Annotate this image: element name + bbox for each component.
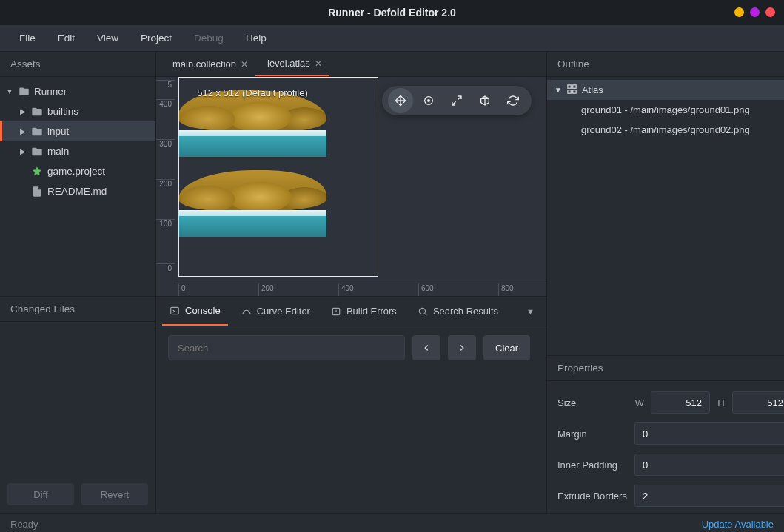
menu-debug: Debug bbox=[185, 28, 232, 48]
prop-inner-label: Inner Padding bbox=[557, 459, 629, 471]
svg-point-5 bbox=[428, 100, 430, 102]
asset-item-main[interactable]: ▶main bbox=[0, 141, 155, 161]
prop-margin-input[interactable] bbox=[634, 422, 784, 445]
rotate-icon[interactable] bbox=[416, 88, 441, 113]
scale-icon[interactable] bbox=[444, 88, 469, 113]
folder-icon bbox=[31, 146, 43, 158]
atlas-canvas[interactable]: 54003002001000 0200400600800 512 x 512 (… bbox=[156, 77, 546, 296]
canvas-toolbar bbox=[382, 86, 532, 115]
atlas-icon bbox=[566, 84, 577, 97]
prop-width-input[interactable] bbox=[651, 391, 710, 414]
prop-height-input[interactable] bbox=[732, 391, 784, 414]
bottom-tab-label: Search Results bbox=[433, 306, 498, 317]
prop-extrude-label: Extrude Borders bbox=[557, 491, 629, 502]
bottom-tab-build-errors[interactable]: Build Errors bbox=[324, 297, 404, 326]
tab-main-collection[interactable]: main.collection✕ bbox=[161, 52, 255, 76]
menu-help[interactable]: Help bbox=[237, 28, 275, 48]
console-clear-button[interactable]: Clear bbox=[483, 335, 530, 360]
asset-item-input[interactable]: ▶input bbox=[0, 121, 155, 141]
prop-margin-label: Margin bbox=[557, 428, 629, 440]
asset-item-builtins[interactable]: ▶builtins bbox=[0, 101, 155, 121]
bottom-tab-label: Build Errors bbox=[346, 306, 397, 317]
chevron-right-icon: ▶ bbox=[19, 107, 27, 115]
folder-icon bbox=[18, 86, 30, 98]
ruler-v-tick: 200 bbox=[156, 179, 175, 188]
changed-files-panel: Changed Files Diff Revert bbox=[0, 297, 155, 513]
bottom-tab-label: Console bbox=[185, 305, 221, 316]
menu-file[interactable]: File bbox=[10, 28, 44, 48]
editor-panel: main.collection✕level.atlas✕ 54003002001… bbox=[156, 52, 546, 296]
svg-rect-9 bbox=[568, 84, 571, 87]
tab-level-atlas[interactable]: level.atlas✕ bbox=[255, 52, 329, 76]
outline-title: Outline bbox=[547, 52, 784, 77]
ruler-v-tick: 100 bbox=[156, 219, 175, 228]
outline-root-label: Atlas bbox=[582, 84, 603, 95]
assets-tree: ▼ Runner ▶builtins▶input▶maingame.projec… bbox=[0, 77, 155, 296]
asset-root[interactable]: ▼ Runner bbox=[0, 81, 155, 101]
ruler-h-tick: 400 bbox=[338, 283, 354, 296]
asset-root-label: Runner bbox=[34, 86, 67, 97]
chevron-down-icon: ▼ bbox=[6, 87, 13, 95]
chevron-down-icon: ▼ bbox=[555, 86, 562, 94]
svg-rect-10 bbox=[573, 84, 576, 87]
prop-size-label: Size bbox=[557, 397, 629, 408]
asset-item-README-md[interactable]: README.md bbox=[0, 181, 155, 201]
console-next-button[interactable] bbox=[448, 335, 476, 360]
close-dot[interactable] bbox=[765, 7, 775, 17]
outline-root[interactable]: ▼ Atlas bbox=[547, 80, 784, 100]
asset-item-label: main bbox=[47, 146, 69, 157]
bottom-tab-search-results[interactable]: Search Results bbox=[410, 297, 506, 326]
bottom-tab-curve-editor[interactable]: Curve Editor bbox=[234, 297, 318, 326]
tab-label: level.atlas bbox=[267, 58, 310, 69]
atlas-image-ground02[interactable] bbox=[178, 157, 326, 237]
refresh-icon[interactable] bbox=[500, 88, 526, 113]
minimize-dot[interactable] bbox=[734, 7, 744, 17]
diff-button[interactable]: Diff bbox=[7, 483, 74, 505]
chevron-right-icon: ▶ bbox=[19, 127, 27, 135]
bottom-tabs-dropdown[interactable]: ▼ bbox=[520, 307, 540, 316]
console-prev-button[interactable] bbox=[412, 335, 440, 360]
maximize-dot[interactable] bbox=[750, 7, 760, 17]
prop-inner-input[interactable] bbox=[634, 454, 784, 476]
menu-project[interactable]: Project bbox=[132, 28, 181, 48]
svg-point-8 bbox=[419, 308, 425, 314]
ruler-horizontal: 0200400600800 bbox=[175, 283, 546, 296]
ruler-h-tick: 800 bbox=[498, 283, 514, 296]
outline-item[interactable]: ground02 - /main/images/ground02.png bbox=[547, 120, 784, 140]
update-available-link[interactable]: Update Available bbox=[702, 519, 774, 530]
folder-icon bbox=[31, 106, 43, 118]
folder-icon bbox=[31, 126, 43, 138]
menubar: FileEditViewProjectDebugHelp bbox=[0, 25, 784, 52]
assets-title: Assets bbox=[0, 52, 155, 77]
chevron-right-icon: ▶ bbox=[19, 147, 27, 155]
properties-title: Properties bbox=[547, 356, 784, 381]
properties-panel: Properties Size W H Margin Inner Padd bbox=[547, 356, 784, 513]
width-label: W bbox=[634, 397, 645, 408]
bottom-tabs: ConsoleCurve EditorBuild ErrorsSearch Re… bbox=[156, 297, 546, 326]
changed-files-title: Changed Files bbox=[0, 297, 155, 322]
close-icon[interactable]: ✕ bbox=[315, 58, 322, 69]
asset-item-game-project[interactable]: game.project bbox=[0, 161, 155, 181]
menu-view[interactable]: View bbox=[88, 28, 127, 48]
outline-item[interactable]: ground01 - /main/images/ground01.png bbox=[547, 100, 784, 120]
close-icon[interactable]: ✕ bbox=[241, 59, 248, 70]
ruler-v-tick: 300 bbox=[156, 139, 175, 148]
prop-extrude-input[interactable] bbox=[634, 485, 784, 507]
outline-panel: Outline ▼ Atlas ground01 - /main/images/… bbox=[547, 52, 784, 355]
asset-item-label: builtins bbox=[47, 106, 78, 117]
perspective-icon[interactable] bbox=[472, 88, 497, 113]
revert-button[interactable]: Revert bbox=[81, 483, 148, 505]
ruler-vertical: 54003002001000 bbox=[156, 77, 175, 283]
window-title: Runner - Defold Editor 2.0 bbox=[0, 7, 784, 18]
menu-edit[interactable]: Edit bbox=[49, 28, 84, 48]
bottom-tab-console[interactable]: Console bbox=[162, 297, 228, 326]
status-ready: Ready bbox=[10, 519, 38, 530]
atlas-image-ground01[interactable] bbox=[178, 77, 326, 157]
asset-item-label: README.md bbox=[47, 186, 107, 197]
console-search-input[interactable] bbox=[168, 335, 405, 360]
statusbar: Ready Update Available bbox=[0, 514, 784, 532]
move-icon[interactable] bbox=[388, 88, 413, 113]
ruler-h-tick: 600 bbox=[418, 283, 434, 296]
traffic-lights bbox=[734, 7, 775, 17]
ruler-v-tick: 400 bbox=[156, 99, 175, 108]
